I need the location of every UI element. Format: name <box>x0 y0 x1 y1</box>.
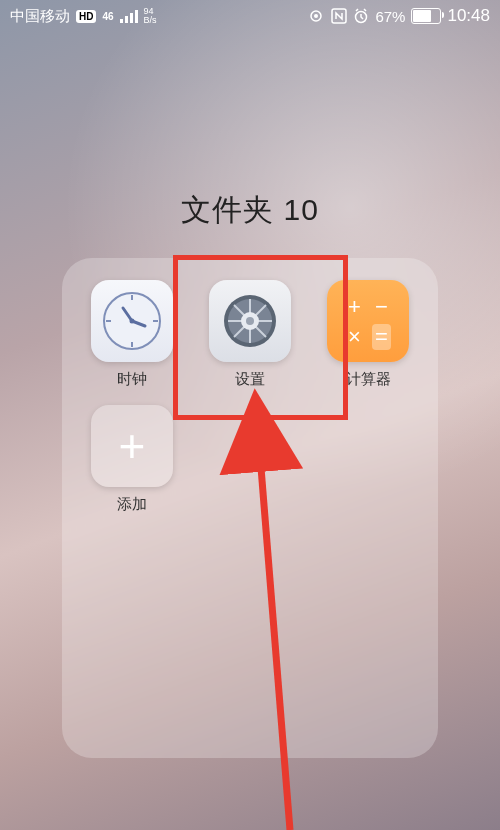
svg-rect-1 <box>125 16 128 23</box>
status-bar: 中国移动 HD 46 94 B/s <box>0 0 500 32</box>
home-screen: 中国移动 HD 46 94 B/s <box>0 0 500 830</box>
clock-time: 10:48 <box>447 6 490 26</box>
battery-icon <box>411 8 441 24</box>
nfc-icon <box>331 8 347 24</box>
svg-rect-3 <box>135 10 138 23</box>
app-label: 计算器 <box>346 370 391 389</box>
battery-pct: 67% <box>375 8 405 25</box>
svg-rect-2 <box>130 13 133 23</box>
app-label: 添加 <box>117 495 147 514</box>
app-add[interactable]: + 添加 <box>82 405 182 514</box>
carrier-label: 中国移动 <box>10 7 70 26</box>
network-gen: 46 <box>102 11 113 22</box>
alarm-icon <box>353 8 369 24</box>
net-rate: 94 B/s <box>144 7 157 25</box>
app-label: 时钟 <box>117 370 147 389</box>
add-icon: + <box>91 405 173 487</box>
clock-icon <box>91 280 173 362</box>
eye-comfort-icon <box>307 9 325 23</box>
svg-point-5 <box>314 14 318 18</box>
app-clock[interactable]: 时钟 <box>82 280 182 389</box>
signal-icon <box>120 9 138 23</box>
folder-title[interactable]: 文件夹 10 <box>0 190 500 231</box>
hd-badge: HD <box>76 10 96 23</box>
svg-rect-0 <box>120 19 123 23</box>
svg-point-15 <box>130 319 135 324</box>
annotation-highlight <box>173 255 348 420</box>
